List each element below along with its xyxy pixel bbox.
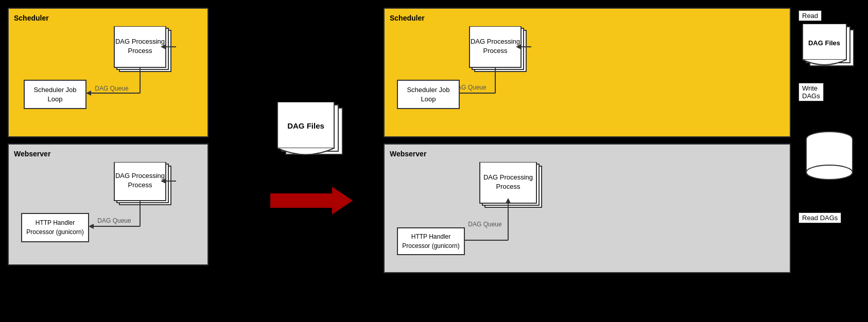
svg-text:HTTP Handler: HTTP Handler (36, 219, 75, 226)
svg-marker-23 (89, 224, 94, 229)
svg-text:DAG Queue: DAG Queue (468, 221, 502, 228)
metadata-db-label: Metadata Database (798, 193, 860, 202)
left-scheduler-label: Scheduler (14, 14, 202, 22)
svg-text:DAG Processing: DAG Processing (115, 172, 165, 180)
left-webserver-diagram: DAG Processing Process DAG Queue HTTP Ha… (14, 162, 199, 257)
svg-text:DAG Queue: DAG Queue (95, 85, 129, 92)
right-diagrams: Scheduler DAG Processing Process (384, 8, 791, 273)
left-scheduler-diagram: DAG Processing Process DAG Queue Schedul… (14, 26, 199, 129)
read-dags-label: Read DAGs (798, 212, 841, 223)
svg-rect-25 (22, 213, 89, 242)
center-dag-files: DAG Files (273, 102, 350, 179)
center-area: DAG Files (239, 8, 384, 311)
right-scheduler-box: Scheduler DAG Processing Process (384, 8, 791, 137)
svg-point-68 (806, 165, 853, 180)
svg-text:Processor (gunicorn): Processor (gunicorn) (402, 242, 459, 249)
svg-text:DAG Files: DAG Files (287, 121, 324, 130)
svg-text:Scheduler Job: Scheduler Job (407, 86, 449, 94)
right-scheduler-diagram: DAG Processing Process DAG Queue (390, 26, 591, 129)
svg-text:Processor (gunicorn): Processor (gunicorn) (26, 228, 83, 236)
svg-text:DAG Processing: DAG Processing (115, 38, 165, 45)
center-arrow (265, 184, 358, 218)
left-side: Scheduler DAG Processing Process (8, 8, 239, 265)
svg-rect-11 (24, 80, 86, 109)
right-external: Read DAG Files WriteDAGs (798, 8, 860, 223)
left-scheduler-box: Scheduler DAG Processing Process (8, 8, 209, 137)
right-webserver-label: Webserver (390, 150, 785, 158)
right-content: Scheduler DAG Processing Process (384, 8, 860, 273)
metadata-db (798, 130, 860, 191)
svg-text:Scheduler Job: Scheduler Job (33, 86, 76, 94)
svg-marker-9 (86, 91, 91, 96)
svg-text:DAG Queue: DAG Queue (97, 217, 131, 224)
svg-text:Process: Process (128, 47, 152, 55)
main-container: Scheduler DAG Processing Process (0, 0, 868, 322)
svg-text:Process: Process (496, 183, 520, 190)
metadata-db-section: Metadata Database (798, 130, 860, 202)
left-webserver-label: Webserver (14, 150, 202, 158)
right-scheduler-label: Scheduler (390, 14, 785, 22)
svg-rect-57 (397, 228, 464, 255)
svg-text:Loop: Loop (421, 95, 436, 103)
svg-text:Loop: Loop (48, 95, 63, 103)
svg-text:HTTP Handler: HTTP Handler (411, 233, 450, 240)
right-webserver-diagram: DAG Processing Process DAG Queue HTTP Ha… (390, 162, 591, 265)
svg-text:DAG Processing: DAG Processing (471, 38, 520, 45)
right-dag-files-section: Read DAG Files WriteDAGs (798, 10, 860, 101)
svg-text:DAG Files: DAG Files (808, 39, 840, 47)
svg-text:Process: Process (128, 181, 152, 189)
read-label: Read (798, 10, 822, 21)
svg-text:Process: Process (483, 47, 508, 55)
right-dag-files: DAG Files (798, 24, 860, 85)
right-webserver-box: Webserver DAG Processing Process DAG Que… (384, 144, 791, 273)
right-side: Scheduler DAG Processing Process (384, 8, 860, 273)
left-webserver-box: Webserver DAG Processing Process DAG Que… (8, 144, 209, 265)
svg-marker-32 (270, 187, 353, 214)
svg-rect-44 (397, 80, 459, 109)
write-dags-label: WriteDAGs (798, 83, 824, 101)
svg-text:DAG Processing: DAG Processing (483, 173, 533, 181)
